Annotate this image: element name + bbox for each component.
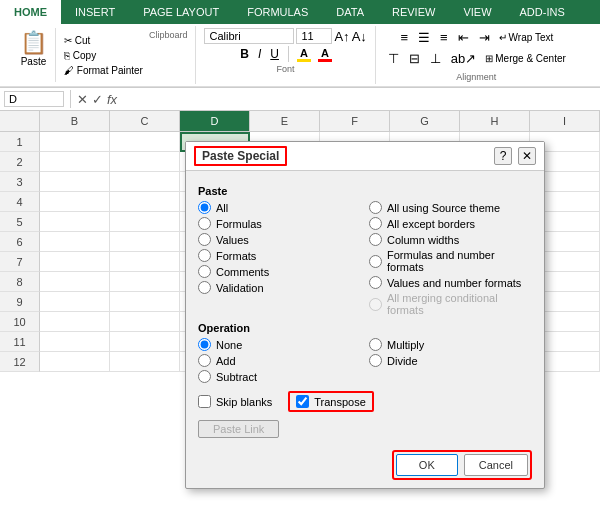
col-header-c[interactable]: C [110, 111, 180, 131]
cell[interactable] [40, 132, 110, 152]
align-right-button[interactable]: ≡ [436, 28, 452, 47]
paste-validation-radio[interactable] [198, 281, 211, 294]
paste-column-widths-label[interactable]: Column widths [387, 234, 459, 246]
cell[interactable] [40, 172, 110, 192]
paste-all-radio[interactable] [198, 201, 211, 214]
font-color-button[interactable]: A [316, 47, 334, 62]
col-header-e[interactable]: E [250, 111, 320, 131]
align-left-button[interactable]: ≡ [396, 28, 412, 47]
paste-values-radio[interactable] [198, 233, 211, 246]
op-divide-label[interactable]: Divide [387, 355, 418, 367]
cell[interactable] [40, 352, 110, 372]
cell[interactable] [110, 312, 180, 332]
cell[interactable] [40, 232, 110, 252]
underline-button[interactable]: U [267, 46, 282, 62]
op-none-label[interactable]: None [216, 339, 242, 351]
cell[interactable] [110, 232, 180, 252]
font-name-input[interactable] [204, 28, 294, 44]
op-multiply-label[interactable]: Multiply [387, 339, 424, 351]
op-none-radio[interactable] [198, 338, 211, 351]
paste-validation-label[interactable]: Validation [216, 282, 264, 294]
cell[interactable] [40, 252, 110, 272]
paste-comments-radio[interactable] [198, 265, 211, 278]
paste-values-label[interactable]: Values [216, 234, 249, 246]
confirm-formula-icon[interactable]: ✓ [92, 92, 103, 107]
cell[interactable] [110, 212, 180, 232]
paste-formulas-number-label[interactable]: Formulas and number formats [387, 249, 532, 273]
cell[interactable] [40, 332, 110, 352]
col-header-h[interactable]: H [460, 111, 530, 131]
paste-link-button[interactable]: Paste Link [198, 420, 279, 438]
ok-button[interactable]: OK [396, 454, 458, 476]
bottom-align-button[interactable]: ⊥ [426, 49, 445, 68]
cell[interactable] [40, 272, 110, 292]
align-center-button[interactable]: ☰ [414, 28, 434, 47]
cell[interactable] [110, 332, 180, 352]
transpose-label[interactable]: Transpose [314, 396, 366, 408]
bold-button[interactable]: B [237, 46, 252, 62]
op-subtract-radio[interactable] [198, 370, 211, 383]
tab-view[interactable]: VIEW [449, 0, 505, 24]
cell[interactable] [110, 252, 180, 272]
tab-insert[interactable]: INSERT [61, 0, 129, 24]
format-painter-button[interactable]: 🖌 Format Painter [62, 64, 145, 77]
paste-values-number-label[interactable]: Values and number formats [387, 277, 521, 289]
transpose-checkbox[interactable] [296, 395, 309, 408]
wrap-text-button[interactable]: ↵ Wrap Text [496, 28, 557, 47]
indent-decrease-button[interactable]: ⇤ [454, 28, 473, 47]
paste-values-number-radio[interactable] [369, 276, 382, 289]
dialog-help-button[interactable]: ? [494, 147, 512, 165]
tab-review[interactable]: REVIEW [378, 0, 449, 24]
cancel-formula-icon[interactable]: ✕ [77, 92, 88, 107]
tab-data[interactable]: DATA [322, 0, 378, 24]
paste-comments-label[interactable]: Comments [216, 266, 269, 278]
italic-button[interactable]: I [255, 46, 264, 62]
top-align-button[interactable]: ⊤ [384, 49, 403, 68]
tab-page-layout[interactable]: PAGE LAYOUT [129, 0, 233, 24]
font-size-input[interactable] [296, 28, 332, 44]
cell[interactable] [40, 192, 110, 212]
op-add-label[interactable]: Add [216, 355, 236, 367]
skip-blanks-checkbox[interactable] [198, 395, 211, 408]
formula-input[interactable] [121, 93, 596, 105]
copy-button[interactable]: ⎘ Copy [62, 49, 145, 62]
indent-increase-button[interactable]: ⇥ [475, 28, 494, 47]
paste-except-borders-radio[interactable] [369, 217, 382, 230]
paste-column-widths-radio[interactable] [369, 233, 382, 246]
cell[interactable] [40, 312, 110, 332]
op-add-radio[interactable] [198, 354, 211, 367]
op-divide-radio[interactable] [369, 354, 382, 367]
col-header-f[interactable]: F [320, 111, 390, 131]
tab-add-ins[interactable]: ADD-INS [506, 0, 579, 24]
cell[interactable] [110, 192, 180, 212]
cell[interactable] [40, 212, 110, 232]
paste-all-source-radio[interactable] [369, 201, 382, 214]
font-grow-icon[interactable]: A↑ [334, 29, 349, 44]
paste-formulas-number-radio[interactable] [369, 255, 382, 268]
col-header-g[interactable]: G [390, 111, 460, 131]
paste-all-source-label[interactable]: All using Source theme [387, 202, 500, 214]
dialog-close-button[interactable]: ✕ [518, 147, 536, 165]
paste-formulas-radio[interactable] [198, 217, 211, 230]
paste-formulas-label[interactable]: Formulas [216, 218, 262, 230]
col-header-b[interactable]: B [40, 111, 110, 131]
cell[interactable] [110, 152, 180, 172]
paste-all-label[interactable]: All [216, 202, 228, 214]
orientation-button[interactable]: ab↗ [447, 49, 480, 68]
skip-blanks-label[interactable]: Skip blanks [216, 396, 272, 408]
paste-formats-label[interactable]: Formats [216, 250, 256, 262]
op-subtract-label[interactable]: Subtract [216, 371, 257, 383]
middle-align-button[interactable]: ⊟ [405, 49, 424, 68]
paste-formats-radio[interactable] [198, 249, 211, 262]
tab-formulas[interactable]: FORMULAS [233, 0, 322, 24]
paste-button[interactable]: 📋 Paste [12, 28, 56, 82]
cell[interactable] [40, 152, 110, 172]
col-header-d[interactable]: D [180, 111, 250, 131]
paste-except-borders-label[interactable]: All except borders [387, 218, 475, 230]
cell[interactable] [110, 132, 180, 152]
cell[interactable] [110, 172, 180, 192]
cell[interactable] [40, 292, 110, 312]
op-multiply-radio[interactable] [369, 338, 382, 351]
name-box[interactable] [4, 91, 64, 107]
fill-color-button[interactable]: A [295, 47, 313, 62]
